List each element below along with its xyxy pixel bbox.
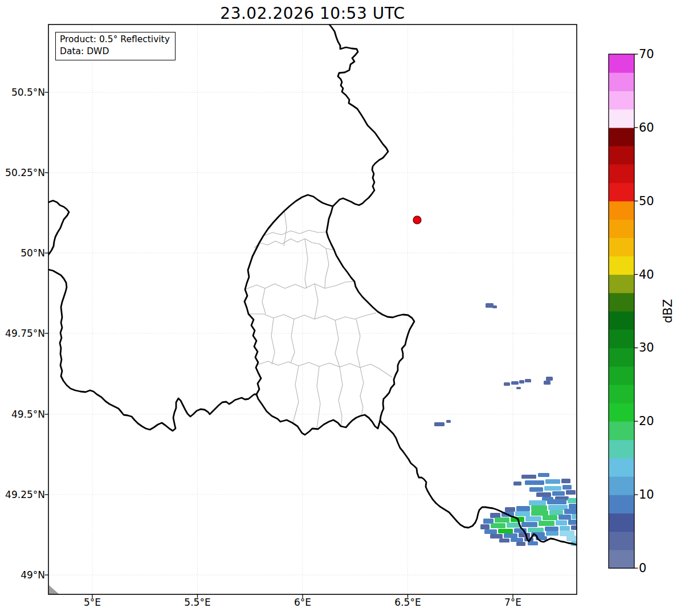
district-border	[293, 366, 299, 423]
y-tick-label: 49.25°N	[0, 489, 45, 500]
radar-echo	[529, 500, 546, 505]
radar-echo	[556, 520, 567, 525]
radar-echo	[561, 479, 570, 483]
district-border	[254, 239, 333, 250]
radar-echo	[529, 487, 543, 492]
district-border	[291, 319, 295, 363]
district-border	[360, 368, 364, 415]
colorbar-band	[609, 550, 634, 569]
radar-echo	[498, 529, 513, 533]
district-border	[335, 320, 340, 367]
radar-echo	[490, 513, 500, 518]
colorbar-band	[609, 128, 634, 146]
colorbar-band	[609, 72, 634, 91]
district-border	[339, 367, 343, 426]
radar-echo	[516, 387, 521, 389]
radar-echo	[549, 510, 563, 515]
radar-echo	[525, 480, 544, 485]
map-frame	[48, 25, 577, 594]
product-line: Product: 0.5° Reflectivity	[60, 34, 170, 46]
x-tick-label: 6°E	[277, 597, 328, 608]
radar-echo	[538, 473, 549, 477]
radar-echo	[480, 524, 490, 529]
colorbar-band	[609, 238, 634, 256]
colorbar-band	[609, 256, 634, 275]
colorbar-tick-label: 40	[639, 267, 654, 282]
radar-echo	[572, 514, 577, 519]
colorbar-band	[609, 91, 634, 109]
radar-echo	[483, 519, 494, 524]
country-border	[244, 195, 414, 435]
colorbar-band	[609, 366, 634, 385]
radar-echo	[531, 505, 547, 511]
radar-echo	[521, 475, 536, 479]
colorbar-band	[609, 348, 634, 366]
radar-echo	[492, 305, 497, 308]
colorbar-band	[609, 458, 634, 477]
map-plot	[0, 0, 685, 616]
y-tick-label: 50.5°N	[0, 87, 45, 98]
radar-echo	[568, 520, 577, 525]
colorbar-band	[609, 440, 634, 459]
radar-echo	[434, 422, 445, 426]
district-border	[262, 288, 266, 314]
colorbar-tick-label: 0	[639, 561, 646, 576]
data-source-line: Data: DWD	[60, 46, 170, 58]
colorbar-band	[609, 54, 634, 73]
radar-echo	[560, 531, 574, 536]
radar-echo	[564, 509, 577, 514]
radar-echo	[546, 377, 553, 381]
radar-echo	[545, 527, 558, 531]
radar-echo	[569, 504, 577, 509]
district-border	[315, 284, 318, 319]
country-border	[329, 25, 388, 206]
colorbar-band	[609, 495, 634, 513]
colorbar-band	[609, 201, 634, 220]
radar-echo	[515, 511, 530, 516]
colorbar-band	[609, 403, 634, 422]
colorbar-band	[609, 146, 634, 165]
district-border	[263, 230, 327, 236]
radar-echo	[545, 479, 560, 484]
radar-echo	[558, 515, 571, 520]
y-tick-label: 49.5°N	[0, 409, 45, 420]
colorbar-tick-label: 50	[639, 194, 654, 209]
y-tick-label: 49°N	[0, 569, 45, 581]
colorbar-band	[609, 329, 634, 348]
colorbar-unit-label: dBZ	[661, 299, 675, 323]
radar-echo	[544, 381, 551, 385]
colorbar-band	[609, 513, 634, 532]
radar-echo	[562, 485, 572, 489]
x-tick-label: 5.5°E	[172, 597, 223, 608]
map-content	[48, 25, 577, 594]
radar-echo	[560, 526, 570, 531]
colorbar-band	[609, 476, 634, 495]
district-border	[248, 313, 376, 320]
colorbar-band	[609, 275, 634, 293]
district-border	[305, 239, 308, 288]
colorbar-band	[609, 164, 634, 183]
district-border	[325, 248, 329, 288]
radar-echo	[566, 536, 577, 541]
district-border	[317, 366, 320, 429]
colorbar-tick-label: 70	[639, 47, 654, 62]
district-border	[258, 361, 392, 377]
district-border	[356, 319, 360, 368]
y-tick-label: 49.75°N	[0, 328, 45, 339]
district-border	[271, 318, 275, 365]
radar-echo	[516, 542, 525, 546]
radar-echo	[536, 492, 551, 497]
coverage-edge-corner	[49, 585, 59, 594]
radar-echo	[566, 490, 576, 495]
x-tick-label: 7°E	[487, 597, 539, 608]
radar-echo	[491, 523, 505, 528]
colorbar-tick-label: 30	[639, 340, 654, 355]
radar-echo	[525, 379, 531, 382]
radar-echo	[505, 507, 515, 512]
radar-figure: 23.02.2026 10:53 UTC Product: 0.5° Refle…	[0, 0, 685, 616]
colorbar-band	[609, 421, 634, 440]
radar-echo	[539, 521, 554, 526]
radar-echo	[516, 506, 530, 511]
radar-echo	[504, 382, 510, 386]
radar-echo	[490, 534, 503, 539]
